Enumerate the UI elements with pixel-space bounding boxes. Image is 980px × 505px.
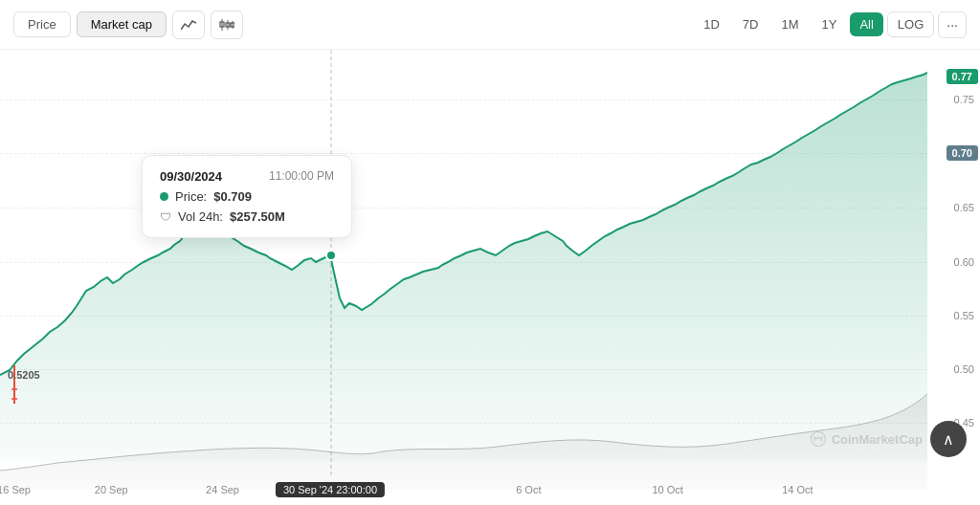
chart-container: Price Market cap 1D 7D 1 (0, 0, 980, 505)
chart-area: 0.77 0.75 0.70 0.65 0.60 0.55 0.50 0.45 … (0, 50, 980, 505)
tooltip-vol-label: Vol 24h: (178, 209, 223, 224)
tooltip-vol-row: 🛡 Vol 24h: $257.50M (160, 209, 334, 224)
tooltip-price-row: Price: $0.709 (160, 189, 334, 204)
tooltip-price-dot (160, 192, 168, 201)
toolbar-left: Price Market cap (13, 11, 243, 39)
price-tab[interactable]: Price (13, 11, 71, 37)
chevron-up-icon: ∧ (943, 430, 954, 449)
y-label-060: 0.60 (954, 256, 974, 268)
y-label-075: 0.75 (954, 94, 974, 105)
tooltip-time: 11:00:00 PM (269, 169, 334, 183)
x-label-10oct: 10 Oct (652, 484, 682, 495)
x-label-16sep: 16 Sep (0, 484, 31, 495)
chart-tooltip: 09/30/2024 11:00:00 PM Price: $0.709 🛡 V… (142, 155, 352, 238)
x-label-14oct: 14 Oct (782, 484, 813, 495)
x-label-30sep-highlighted: 30 Sep '24 23:00:00 (276, 482, 385, 497)
marketcap-tab[interactable]: Market cap (77, 11, 167, 37)
time-1d[interactable]: 1D (694, 12, 729, 36)
svg-point-11 (811, 432, 825, 447)
x-label-6oct: 6 Oct (516, 484, 541, 495)
toolbar-right: 1D 7D 1M 1Y All LOG ··· (694, 11, 967, 38)
time-7d[interactable]: 7D (733, 12, 768, 36)
line-chart-icon[interactable] (172, 11, 205, 39)
coinmarketcap-watermark: CoinMarketCap (810, 430, 923, 448)
x-label-24sep: 24 Sep (206, 484, 239, 495)
tooltip-price-value: $0.709 (213, 189, 252, 204)
x-label-20sep: 20 Sep (95, 484, 128, 495)
scroll-up-button[interactable]: ∧ (930, 421, 967, 457)
y-label-070: 0.70 (947, 145, 978, 161)
y-label-050: 0.50 (954, 363, 974, 375)
more-button[interactable]: ··· (938, 11, 967, 38)
cmc-logo-icon (810, 430, 827, 448)
time-1m[interactable]: 1M (771, 12, 808, 36)
y-label-077: 0.77 (947, 69, 978, 84)
toolbar: Price Market cap 1D 7D 1 (0, 0, 980, 50)
log-button[interactable]: LOG (887, 11, 934, 37)
time-1y[interactable]: 1Y (813, 12, 847, 36)
svg-point-10 (326, 251, 336, 260)
tooltip-price-label: Price: (175, 189, 207, 204)
tooltip-vol-value: $257.50M (230, 209, 285, 224)
time-all[interactable]: All (850, 12, 882, 36)
tooltip-shield-icon: 🛡 (160, 210, 171, 224)
cmc-watermark-text: CoinMarketCap (832, 432, 923, 447)
price-chart-svg (0, 50, 927, 505)
y-label-055: 0.55 (954, 310, 974, 321)
candle-chart-icon[interactable] (211, 11, 243, 39)
y-label-065: 0.65 (954, 202, 974, 213)
price-left-label: 0.5205 (8, 369, 40, 381)
